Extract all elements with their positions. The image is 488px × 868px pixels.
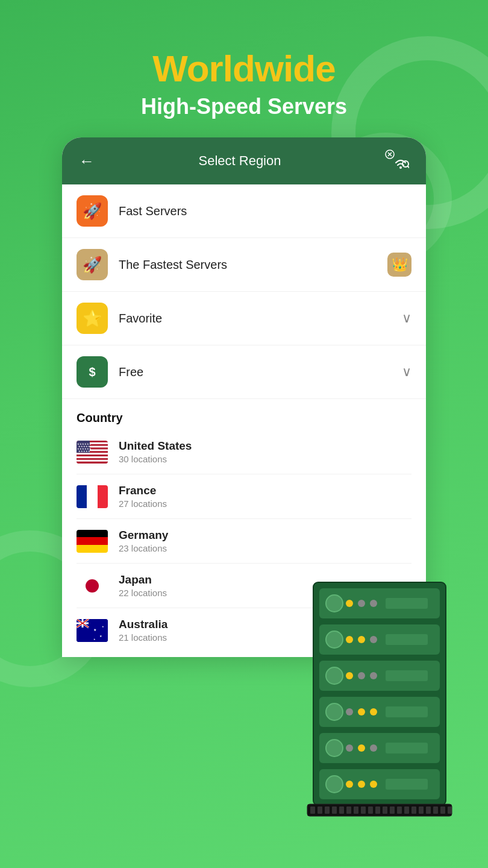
svg-point-64 bbox=[370, 744, 377, 752]
svg-rect-14 bbox=[77, 454, 108, 456]
svg-rect-71 bbox=[386, 779, 428, 790]
free-icon: $ bbox=[77, 356, 108, 388]
back-button[interactable]: ← bbox=[79, 152, 95, 171]
free-label: Free bbox=[119, 365, 402, 379]
svg-rect-18 bbox=[77, 461, 108, 463]
svg-point-58 bbox=[370, 708, 377, 715]
svg-rect-13 bbox=[77, 453, 108, 454]
country-item-de[interactable]: Germany 23 locations bbox=[77, 519, 411, 564]
header-section: Worldwide High-Speed Servers bbox=[0, 0, 488, 137]
card-header: ← Select Region bbox=[62, 137, 426, 184]
favorite-chevron: ∨ bbox=[402, 310, 411, 326]
header-icons bbox=[385, 149, 409, 172]
svg-rect-59 bbox=[386, 706, 428, 717]
svg-text:★: ★ bbox=[102, 625, 104, 628]
svg-point-62 bbox=[346, 744, 353, 752]
header-subtitle: High-Speed Servers bbox=[0, 94, 488, 119]
svg-rect-91 bbox=[440, 807, 445, 814]
svg-point-3 bbox=[399, 166, 402, 169]
svg-point-52 bbox=[370, 672, 377, 679]
svg-rect-73 bbox=[310, 807, 315, 814]
svg-point-67 bbox=[326, 776, 343, 793]
card-title: Select Region bbox=[199, 153, 281, 169]
svg-rect-84 bbox=[390, 807, 395, 814]
svg-rect-90 bbox=[433, 807, 438, 814]
svg-rect-41 bbox=[386, 598, 428, 609]
svg-line-5 bbox=[408, 166, 409, 169]
free-chevron: ∨ bbox=[402, 364, 411, 380]
svg-rect-88 bbox=[419, 807, 424, 814]
svg-rect-80 bbox=[361, 807, 366, 814]
svg-point-44 bbox=[346, 636, 353, 643]
svg-point-68 bbox=[346, 781, 353, 788]
svg-rect-92 bbox=[448, 807, 452, 814]
fastest-servers-icon: 🚀 bbox=[77, 249, 108, 280]
menu-item-favorite[interactable]: ⭐ Favorite ∨ bbox=[62, 292, 426, 345]
svg-point-49 bbox=[326, 667, 343, 684]
svg-rect-53 bbox=[386, 670, 428, 681]
svg-rect-79 bbox=[354, 807, 358, 814]
flag-de bbox=[77, 530, 108, 553]
de-locations: 23 locations bbox=[119, 543, 411, 553]
favorite-icon: ⭐ bbox=[77, 303, 108, 334]
svg-rect-16 bbox=[77, 458, 108, 460]
de-info: Germany 23 locations bbox=[119, 529, 411, 553]
svg-rect-82 bbox=[375, 807, 380, 814]
flag-au: ★ ★ ★ ★ bbox=[77, 619, 108, 642]
us-locations: 30 locations bbox=[119, 454, 411, 464]
fast-servers-icon: 🚀 bbox=[77, 195, 108, 227]
flag-fr bbox=[77, 485, 108, 508]
svg-point-63 bbox=[358, 744, 365, 752]
fr-info: France 27 locations bbox=[119, 484, 411, 509]
svg-point-69 bbox=[358, 781, 365, 788]
header-title: Worldwide bbox=[0, 48, 488, 89]
svg-point-61 bbox=[326, 740, 343, 756]
svg-point-50 bbox=[346, 672, 353, 679]
svg-rect-86 bbox=[404, 807, 409, 814]
svg-point-70 bbox=[370, 781, 377, 788]
svg-rect-87 bbox=[411, 807, 416, 814]
svg-rect-65 bbox=[386, 743, 428, 753]
svg-point-46 bbox=[370, 636, 377, 643]
us-name: United States bbox=[119, 439, 411, 453]
svg-text:★: ★ bbox=[93, 628, 96, 632]
fr-name: France bbox=[119, 484, 411, 497]
svg-rect-85 bbox=[397, 807, 402, 814]
wifi-search-icon[interactable] bbox=[385, 149, 409, 172]
svg-point-56 bbox=[346, 708, 353, 715]
svg-rect-77 bbox=[339, 807, 344, 814]
svg-rect-75 bbox=[325, 807, 330, 814]
menu-list: 🚀 Fast Servers 🚀 The Fastest Servers 👑 ⭐… bbox=[62, 184, 426, 399]
svg-point-43 bbox=[326, 631, 343, 648]
fast-servers-label: Fast Servers bbox=[119, 204, 411, 218]
svg-rect-89 bbox=[426, 807, 431, 814]
svg-rect-78 bbox=[346, 807, 351, 814]
svg-text:★: ★ bbox=[93, 638, 96, 641]
svg-text:★★★★★: ★★★★★ bbox=[78, 450, 90, 453]
svg-rect-47 bbox=[386, 634, 428, 645]
crown-icon: 👑 bbox=[387, 253, 411, 277]
us-info: United States 30 locations bbox=[119, 439, 411, 464]
svg-rect-81 bbox=[368, 807, 373, 814]
de-name: Germany bbox=[119, 529, 411, 542]
menu-item-free[interactable]: $ Free ∨ bbox=[62, 345, 426, 399]
fr-locations: 27 locations bbox=[119, 498, 411, 509]
svg-rect-15 bbox=[77, 456, 108, 458]
svg-rect-17 bbox=[77, 460, 108, 462]
country-item-us[interactable]: ★★★★★★ ★★★★★ ★★★★★★ ★★★★★ United States … bbox=[77, 430, 411, 474]
flag-us: ★★★★★★ ★★★★★ ★★★★★★ ★★★★★ bbox=[77, 441, 108, 464]
japan-circle bbox=[86, 579, 99, 593]
svg-rect-83 bbox=[383, 807, 387, 814]
svg-point-45 bbox=[358, 636, 365, 643]
country-heading: Country bbox=[77, 411, 411, 425]
svg-point-38 bbox=[346, 600, 353, 607]
svg-point-57 bbox=[358, 708, 365, 715]
menu-item-fastest-servers[interactable]: 🚀 The Fastest Servers 👑 bbox=[62, 238, 426, 292]
country-item-fr[interactable]: France 27 locations bbox=[77, 474, 411, 519]
server-rack bbox=[301, 576, 476, 820]
svg-rect-76 bbox=[332, 807, 337, 814]
svg-point-51 bbox=[358, 672, 365, 679]
svg-point-55 bbox=[326, 703, 343, 720]
favorite-label: Favorite bbox=[119, 312, 402, 326]
menu-item-fast-servers[interactable]: 🚀 Fast Servers bbox=[62, 184, 426, 238]
